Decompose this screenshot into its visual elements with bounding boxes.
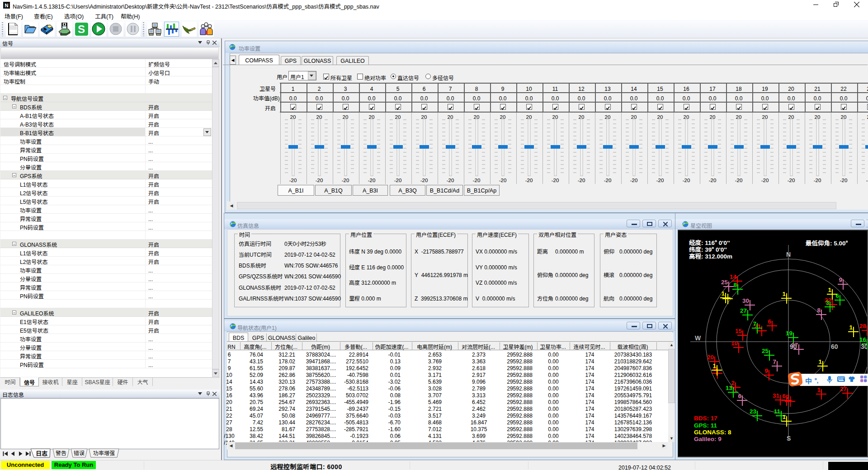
svg-text:30: 30 bbox=[742, 297, 749, 304]
svg-text:25: 25 bbox=[762, 348, 769, 354]
svg-text:9: 9 bbox=[839, 277, 842, 283]
svg-text:8: 8 bbox=[817, 307, 821, 314]
svg-text:20: 20 bbox=[707, 354, 714, 361]
svg-text:13: 13 bbox=[726, 385, 733, 391]
svg-text:1: 1 bbox=[817, 386, 821, 393]
svg-text:1: 1 bbox=[828, 287, 831, 293]
svg-text:6: 6 bbox=[835, 292, 839, 299]
svg-text:Galileo: 9: Galileo: 9 bbox=[694, 436, 722, 442]
svg-text:25: 25 bbox=[721, 279, 728, 286]
svg-text:日志: 日志 bbox=[36, 449, 47, 457]
svg-text:31: 31 bbox=[773, 392, 780, 399]
svg-text:11: 11 bbox=[774, 408, 781, 415]
svg-text:7: 7 bbox=[786, 394, 789, 400]
svg-text:W: W bbox=[695, 334, 701, 342]
svg-text:6: 6 bbox=[782, 393, 786, 400]
svg-text:1: 1 bbox=[782, 291, 786, 297]
svg-text:N: N bbox=[786, 251, 791, 258]
svg-text:功率增强: 功率增强 bbox=[93, 449, 115, 456]
svg-text:最低仰角: 5.00°: 最低仰角: 5.00° bbox=[806, 238, 848, 247]
svg-text:错误: 错误 bbox=[74, 449, 85, 456]
svg-text:S: S bbox=[78, 23, 85, 35]
svg-text:BDS: 17: BDS: 17 bbox=[694, 415, 717, 422]
svg-text:28: 28 bbox=[859, 323, 867, 329]
svg-text:3: 3 bbox=[826, 299, 829, 306]
svg-text:23: 23 bbox=[750, 408, 757, 415]
svg-text:27: 27 bbox=[791, 342, 798, 348]
svg-text:7: 7 bbox=[753, 320, 756, 327]
svg-text:高程: 312.000m: 高程: 312.000m bbox=[689, 251, 732, 260]
svg-text:1: 1 bbox=[818, 358, 822, 365]
svg-text:10: 10 bbox=[731, 340, 738, 347]
svg-text:8: 8 bbox=[733, 282, 737, 288]
svg-text:6: 6 bbox=[738, 393, 741, 400]
svg-text:6: 6 bbox=[768, 318, 771, 325]
svg-text:7: 7 bbox=[773, 358, 776, 365]
svg-text:27: 27 bbox=[840, 385, 847, 392]
svg-text:GPS: 11: GPS: 11 bbox=[694, 422, 717, 429]
svg-text:1: 1 bbox=[721, 290, 725, 297]
svg-text:15: 15 bbox=[735, 328, 742, 334]
svg-text:14: 14 bbox=[730, 273, 737, 280]
svg-text:GLONASS: 8: GLONASS: 8 bbox=[694, 429, 731, 436]
svg-text:9: 9 bbox=[764, 367, 768, 374]
svg-text:1: 1 bbox=[782, 414, 786, 420]
svg-text:27: 27 bbox=[740, 307, 747, 314]
svg-text:60: 60 bbox=[831, 343, 838, 350]
svg-text:S: S bbox=[787, 435, 791, 442]
svg-text:警告: 警告 bbox=[56, 449, 66, 456]
svg-text:1: 1 bbox=[712, 362, 716, 369]
svg-text:19: 19 bbox=[786, 330, 793, 337]
svg-text:1: 1 bbox=[849, 324, 853, 331]
svg-text:16: 16 bbox=[859, 336, 867, 343]
